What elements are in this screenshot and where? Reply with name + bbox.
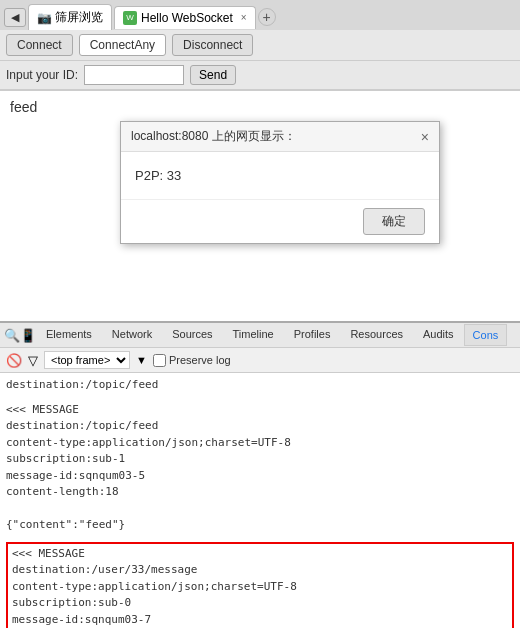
dialog: localhost:8080 上的网页显示： × P2P: 33 确定 <box>120 121 440 244</box>
console-line-1: destination:/topic/feed <box>6 377 514 394</box>
hl-line-dest: destination:/user/33/message <box>12 562 508 579</box>
page-content: feed localhost:8080 上的网页显示： × P2P: 33 确定 <box>0 91 520 321</box>
console-line-json1: {"content":"feed"} <box>6 517 514 534</box>
highlighted-message-section: <<< MESSAGE destination:/user/33/message… <box>6 542 514 629</box>
connect-button[interactable]: Connect <box>6 34 73 56</box>
console-section-2: <<< MESSAGE destination:/topic/feed cont… <box>6 402 514 534</box>
tab-screencap-label: 筛屏浏览 <box>55 9 103 26</box>
feed-text: feed <box>10 99 510 115</box>
dialog-body: P2P: 33 <box>121 152 439 199</box>
console-line-mid1: message-id:sqnqum03-5 <box>6 468 514 485</box>
console-line-dest1: destination:/topic/feed <box>6 418 514 435</box>
dialog-title: localhost:8080 上的网页显示： <box>131 128 296 145</box>
hl-line-msg: <<< MESSAGE <box>12 546 508 563</box>
id-input[interactable] <box>84 65 184 85</box>
hl-line-sub: subscription:sub-0 <box>12 595 508 612</box>
dialog-confirm-button[interactable]: 确定 <box>363 208 425 235</box>
block-icon[interactable]: 🚫 <box>6 353 22 368</box>
browser-chrome: ◀ 📷 筛屏浏览 W Hello WebSocket × + Connect C… <box>0 0 520 91</box>
devtools-toolbar: 🚫 ▽ <top frame> ▼ Preserve log <box>0 348 520 373</box>
tab-audits[interactable]: Audits <box>413 323 464 347</box>
preserve-log-option: Preserve log <box>153 354 231 367</box>
tab-websocket[interactable]: W Hello WebSocket × <box>114 6 256 29</box>
devtools-tabs: 🔍 📱 Elements Network Sources Timeline Pr… <box>0 323 520 348</box>
tab-console[interactable]: Cons <box>464 324 508 346</box>
dropdown-icon[interactable]: ▼ <box>136 354 147 366</box>
send-button[interactable]: Send <box>190 65 236 85</box>
hl-line-ct: content-type:application/json;charset=UT… <box>12 579 508 596</box>
id-toolbar: Input your ID: Send <box>0 61 520 90</box>
new-tab-button[interactable]: + <box>258 8 276 26</box>
ws-icon: W <box>123 11 137 25</box>
console-line-sub1: subscription:sub-1 <box>6 451 514 468</box>
tab-sources[interactable]: Sources <box>162 323 222 347</box>
dialog-message: P2P: 33 <box>135 168 181 183</box>
dialog-close-icon[interactable]: × <box>421 129 429 145</box>
back-button[interactable]: ◀ <box>4 8 26 27</box>
tab-network[interactable]: Network <box>102 323 162 347</box>
tab-elements[interactable]: Elements <box>36 323 102 347</box>
devtools-panel: 🔍 📱 Elements Network Sources Timeline Pr… <box>0 321 520 628</box>
tab-close-icon[interactable]: × <box>241 12 247 23</box>
id-label: Input your ID: <box>6 68 78 82</box>
filter-icon[interactable]: ▽ <box>28 353 38 368</box>
tab-profiles[interactable]: Profiles <box>284 323 341 347</box>
tab-screencap[interactable]: 📷 筛屏浏览 <box>28 4 112 30</box>
console-line-msg1: <<< MESSAGE <box>6 402 514 419</box>
screencap-icon: 📷 <box>37 11 51 25</box>
disconnect-button[interactable]: Disconnect <box>172 34 253 56</box>
console-section-1: destination:/topic/feed <box>6 377 514 394</box>
connect-any-button[interactable]: ConnectAny <box>79 34 166 56</box>
console-line-cl1: content-length:18 <box>6 484 514 501</box>
frame-selector[interactable]: <top frame> <box>44 351 130 369</box>
dialog-header: localhost:8080 上的网页显示： × <box>121 122 439 152</box>
connect-toolbar: Connect ConnectAny Disconnect <box>0 30 520 61</box>
console-content: destination:/topic/feed <<< MESSAGE dest… <box>0 373 520 628</box>
preserve-log-checkbox[interactable] <box>153 354 166 367</box>
tab-bar: ◀ 📷 筛屏浏览 W Hello WebSocket × + <box>0 0 520 30</box>
devtools-device-icon[interactable]: 📱 <box>20 328 36 343</box>
dialog-footer: 确定 <box>121 199 439 243</box>
tab-websocket-label: Hello WebSocket <box>141 11 233 25</box>
preserve-log-label: Preserve log <box>169 354 231 366</box>
hl-line-mid: message-id:sqnqum03-7 <box>12 612 508 629</box>
console-line-ct1: content-type:application/json;charset=UT… <box>6 435 514 452</box>
tab-timeline[interactable]: Timeline <box>223 323 284 347</box>
devtools-search-icon[interactable]: 🔍 <box>4 328 20 343</box>
tab-resources[interactable]: Resources <box>340 323 413 347</box>
